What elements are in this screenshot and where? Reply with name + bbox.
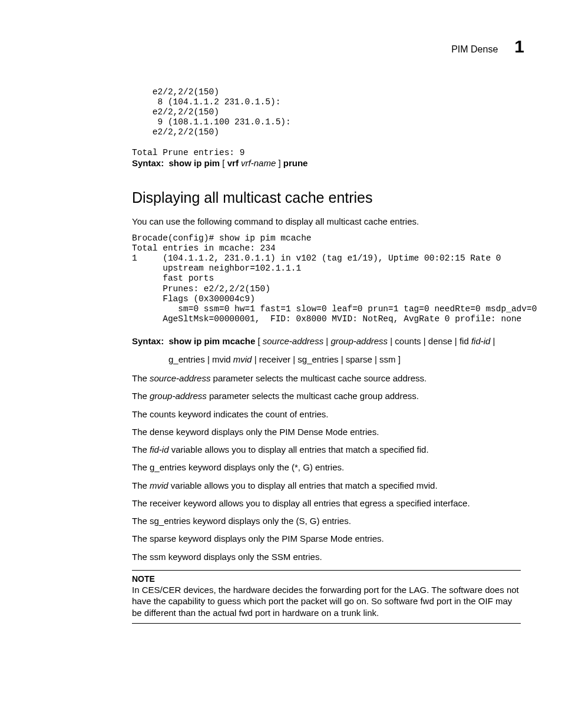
para-gentries: The g_entries keyword displays only the …: [132, 462, 521, 473]
content-area: e2/2,2/2(150) 8 (104.1.1.2 231.0.1.5): e…: [35, 87, 527, 624]
note-block: NOTE In CES/CER devices, the hardware de…: [132, 570, 521, 624]
intro-text: You can use the following command to dis…: [132, 216, 521, 228]
para-counts: The counts keyword indicates the count o…: [132, 409, 521, 420]
syntax-prune: Syntax: show ip pim [ vrf vrf-name ] pru…: [132, 158, 521, 168]
para-sparse: The sparse keyword displays only the PIM…: [132, 533, 521, 545]
para-sgentries: The sg_entries keyword displays only the…: [132, 515, 521, 527]
para-group-address: The group-address parameter selects the …: [132, 390, 521, 402]
note-label: NOTE: [132, 574, 521, 584]
syntax-mcache-line1: Syntax: show ip pim mcache [ source-addr…: [132, 336, 521, 346]
para-mvid: The mvid variable allows you to display …: [132, 480, 521, 492]
section-heading: Displaying all multicast cache entries: [132, 189, 521, 206]
para-ssm: The ssm keyword displays only the SSM en…: [132, 551, 521, 563]
header-section-title: PIM Dense: [451, 44, 498, 55]
note-text: In CES/CER devices, the hardware decides…: [132, 584, 521, 619]
para-source-address: The source-address parameter selects the…: [132, 373, 521, 384]
code-block-mcache: Brocade(config)# show ip pim mcache Tota…: [132, 233, 521, 324]
syntax-mcache-line2: g_entries | mvid mvid | receiver | sg_en…: [132, 354, 521, 364]
para-dense: The dense keyword displays only the PIM …: [132, 426, 521, 438]
para-fid: The fid-id variable allows you to displa…: [132, 444, 521, 456]
code-block-prune: e2/2,2/2(150) 8 (104.1.1.2 231.0.1.5): e…: [132, 87, 521, 158]
header-chapter-number: 1: [514, 37, 524, 57]
para-receiver: The receiver keyword allows you to displ…: [132, 498, 521, 509]
page: PIM Dense 1 e2/2,2/2(150) 8 (104.1.1.2 2…: [0, 0, 562, 728]
page-header: PIM Dense 1: [35, 37, 527, 57]
